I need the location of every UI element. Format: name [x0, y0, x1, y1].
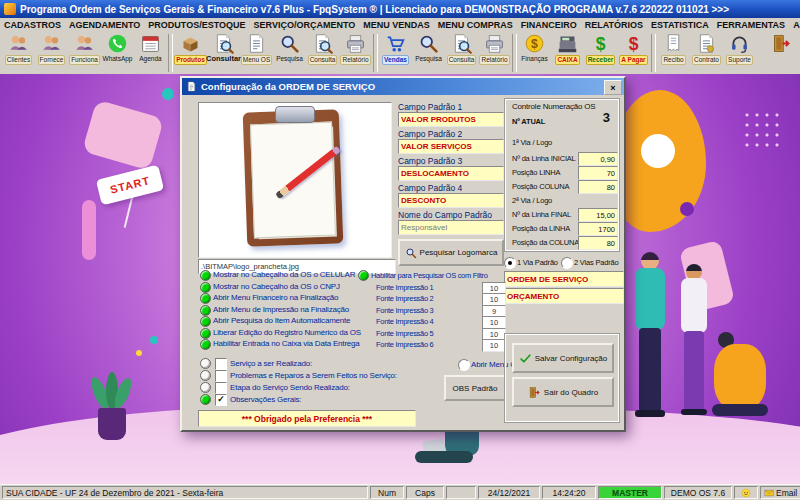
menubar: CADASTROS AGENDAMENTO PRODUTOS/ESTOQUE S…	[0, 18, 800, 33]
nome-campo-field[interactable]: Responsável	[398, 220, 504, 235]
status-time: 14:24:20	[542, 486, 596, 499]
toolbar-button-fornecedores[interactable]: Fornece	[35, 33, 68, 73]
sair-do-quadro-button[interactable]: Sair do Quadro	[512, 377, 614, 407]
campo4-label: Campo Padrão 4	[398, 183, 462, 193]
toolbar-button-vendas[interactable]: Vendas	[379, 33, 412, 73]
toolbar-button-produtos[interactable]: Produtos	[174, 33, 207, 73]
toolbar-button-consultar[interactable]: Consultar	[207, 33, 240, 73]
status-user-master: MASTER	[598, 486, 662, 499]
dialog-icon	[186, 81, 197, 92]
toolbar-button-relatorio-os[interactable]: Relatório	[339, 33, 372, 73]
menu-item-cadastros[interactable]: CADASTROS	[0, 20, 65, 30]
radio-abrir-menu-os[interactable]	[458, 359, 470, 371]
linha-final-field[interactable]: 15,00	[578, 208, 618, 222]
campo1-field[interactable]: VALOR PRODUTOS	[398, 112, 504, 127]
posicao-linha2-field[interactable]: 1700	[578, 222, 618, 236]
decor-shape	[82, 99, 164, 170]
numero-atual-value: 3	[578, 110, 610, 125]
section-checkbox-observacoes[interactable]	[215, 394, 227, 406]
toolbar-button-pesquisa-vendas[interactable]: Pesquisa	[412, 33, 445, 73]
section-checkbox-problemas[interactable]	[215, 370, 227, 382]
toolbar-separator	[512, 34, 517, 72]
menu-item-menu-compras[interactable]: MENU COMPRAS	[434, 20, 517, 30]
campo2-field[interactable]: VALOR SERVIÇOS	[398, 139, 504, 154]
toolbar-button-caixa[interactable]: CAIXA	[551, 33, 584, 73]
toolbar-button-receber[interactable]: Receber	[584, 33, 617, 73]
menu-item-agendamento[interactable]: AGENDAMENTO	[65, 20, 144, 30]
whatsapp-icon	[107, 33, 128, 54]
mensagem-field[interactable]: *** Obrigado pela Preferencia ***	[198, 410, 416, 427]
campo3-label: Campo Padrão 3	[398, 156, 462, 166]
radio-2-vias-padrao[interactable]	[561, 257, 573, 269]
window-titlebar[interactable]: Programa Ordem de Serviços Gerais & Fina…	[0, 0, 800, 18]
option-led-celular[interactable]	[200, 270, 211, 281]
menu-item-menu-vendas[interactable]: MENU VENDAS	[359, 20, 434, 30]
toolbar-button-recibo[interactable]: Recibo	[657, 33, 690, 73]
section-led-etapa[interactable]	[200, 382, 211, 393]
option-led-filtro[interactable]	[358, 270, 369, 281]
posicao-coluna1-field[interactable]: 80	[578, 180, 618, 194]
menu-item-ajuda[interactable]: AJUDA	[789, 20, 800, 30]
option-led-entrada-caixa[interactable]	[200, 339, 211, 350]
posicao-coluna2-field[interactable]: 80	[578, 236, 618, 250]
toolbar-separator	[168, 34, 173, 72]
products-box-icon	[180, 33, 201, 54]
toolbar-button-whatsapp[interactable]: WhatsApp	[101, 33, 134, 73]
section-led-observacoes[interactable]	[200, 394, 211, 405]
toolbar-button-consulta-vendas[interactable]: Consulta	[445, 33, 478, 73]
toolbar-button-suporte[interactable]: Suporte	[723, 33, 756, 73]
campo3-field[interactable]: DESLOCAMENTO	[398, 166, 504, 181]
employees-people-icon	[74, 33, 95, 54]
salvar-configuracao-button[interactable]: Salvar Configuração	[512, 343, 614, 373]
menu-item-produtos-estoque[interactable]: PRODUTOS/ESTOQUE	[144, 20, 249, 30]
consult-doc-magnifier-icon	[312, 33, 333, 54]
toolbar-button-funcionarios[interactable]: Funciona	[68, 33, 101, 73]
menu-item-relatorios[interactable]: RELATÓRIOS	[581, 20, 647, 30]
status-empty	[446, 486, 476, 499]
toolbar-button-contrato[interactable]: Contrato	[690, 33, 723, 73]
finance-coin-icon	[524, 33, 545, 54]
status-num: Num	[370, 486, 404, 499]
magnifier-icon	[279, 33, 300, 54]
campo2-label: Campo Padrão 2	[398, 129, 462, 139]
exit-door-icon	[528, 386, 541, 399]
window-title: Programa Ordem de Serviços Gerais & Fina…	[20, 4, 729, 15]
toolbar-button-financas[interactable]: Finanças	[518, 33, 551, 73]
toolbar-button-clientes[interactable]: Clientes	[2, 33, 35, 73]
linha-inicial-field[interactable]: 0,90	[578, 152, 618, 166]
section-led-problemas[interactable]	[200, 370, 211, 381]
status-date: 24/12/2021	[478, 486, 540, 499]
pesquisar-logomarca-button[interactable]: Pesquisar Logomarca	[398, 239, 504, 266]
option-led-menu-financeiro[interactable]	[200, 293, 211, 304]
option-led-menu-impressao[interactable]	[200, 305, 211, 316]
orcamento-name-field[interactable]: ORÇAMENTO	[504, 288, 624, 304]
exit-door-icon	[771, 33, 792, 54]
menu-item-servico-orcamento[interactable]: SERVIÇO/ORÇAMENTO	[250, 20, 360, 30]
option-led-liberar-edicao[interactable]	[200, 328, 211, 339]
dialog-titlebar[interactable]: Configuração da ORDEM DE SERVIÇO ×	[182, 78, 624, 95]
obs-padrao-button[interactable]: OBS Padrão	[444, 375, 506, 401]
posicao-linha1-field[interactable]: 70	[578, 166, 618, 180]
toolbar-button-pesquisa-os[interactable]: Pesquisa	[273, 33, 306, 73]
section-checkbox-etapa[interactable]	[215, 382, 227, 394]
menu-item-ferramentas[interactable]: FERRAMENTAS	[713, 20, 789, 30]
close-icon[interactable]: ×	[604, 80, 622, 95]
option-led-pesquisa-item[interactable]	[200, 316, 211, 327]
toolbar-button-agenda[interactable]: Agenda	[134, 33, 167, 73]
os-name-field[interactable]: ORDEM DE SERVIÇO	[504, 271, 624, 287]
section-led-servico[interactable]	[200, 358, 211, 369]
toolbar-button-exit[interactable]	[765, 33, 798, 73]
toolbar-button-a-pagar[interactable]: A Pagar	[617, 33, 650, 73]
status-email[interactable]: Email	[760, 486, 800, 499]
campo4-field[interactable]: DESCONTO	[398, 193, 504, 208]
toolbar-button-menu-os[interactable]: Menu OS	[240, 33, 273, 73]
option-led-cnpj[interactable]	[200, 282, 211, 293]
fonte6-field[interactable]: 10	[482, 339, 506, 352]
toolbar-button-consulta-os[interactable]: Consulta	[306, 33, 339, 73]
menu-item-financeiro[interactable]: FINANCEIRO	[517, 20, 581, 30]
radio-1-via-padrao[interactable]	[504, 257, 516, 269]
toolbar-button-relatorio-vendas[interactable]: Relatório	[478, 33, 511, 73]
menu-item-estatistica[interactable]: ESTATISTICA	[647, 20, 713, 30]
clients-people-icon	[8, 33, 29, 54]
section-checkbox-servico[interactable]	[215, 358, 227, 370]
